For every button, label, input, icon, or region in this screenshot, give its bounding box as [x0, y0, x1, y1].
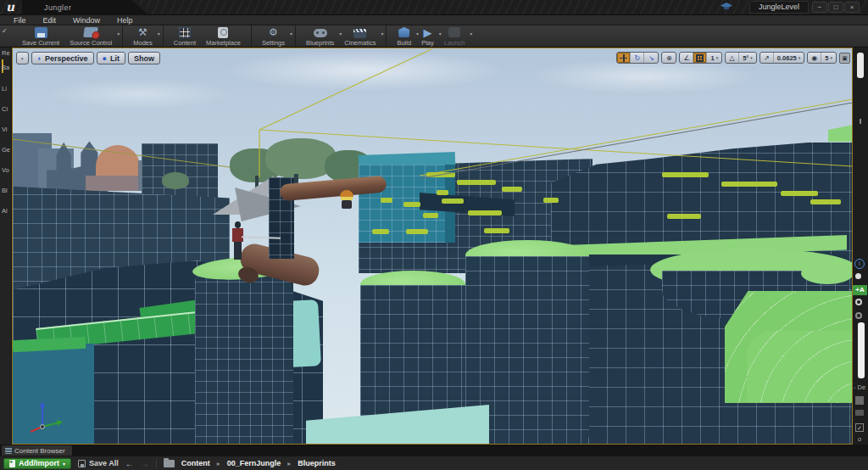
gamepad-icon [314, 29, 327, 37]
category-lights[interactable]: Li [2, 85, 12, 92]
show-button[interactable]: Show [128, 52, 160, 64]
menu-file[interactable]: File [14, 16, 26, 25]
gear-icon: ⚙ [269, 27, 278, 37]
source-control-button[interactable]: Source Control ▾ [64, 25, 117, 47]
build-button[interactable]: Build ▾ [392, 25, 416, 47]
play-button[interactable]: ▶ Play ▾ [416, 25, 439, 47]
search-filter-icon[interactable] [855, 312, 862, 319]
category-cinematic[interactable]: Ci [2, 105, 12, 113]
world-local-toggle[interactable]: ⊕ [662, 53, 676, 63]
surface-snap-button[interactable]: ∠ [680, 53, 693, 63]
save-all-button[interactable]: Save All [78, 459, 119, 467]
caret-down-icon[interactable]: ▾ [290, 31, 292, 36]
breadcrumb-sep-icon: ▸ [217, 460, 220, 467]
maximize-button[interactable]: □ [828, 2, 843, 13]
details-section-clipped[interactable]: ▾ De [854, 383, 865, 391]
save-all-icon [78, 460, 86, 467]
blueprints-label: Blueprints [306, 39, 334, 47]
place-actors-collapsed-panel[interactable]: ✓ Re Ba Li Ci Vi Ge Vo Bl Al [0, 48, 12, 445]
caret-down-icon[interactable]: ▾ [117, 31, 120, 36]
caret-down-icon[interactable]: ▾ [381, 31, 383, 36]
breadcrumb-blueprints[interactable]: Blueprints [298, 459, 336, 467]
rotation-snap-group: △ 5° ▾ [725, 52, 757, 64]
category-basic[interactable]: Ba [2, 64, 12, 71]
blueprints-button[interactable]: Blueprints ▾ [301, 25, 339, 47]
save-all-label: Save All [89, 459, 119, 467]
caret-down-icon: ▾ [716, 55, 719, 60]
content-browser-icon [5, 447, 12, 454]
grid-icon [696, 54, 704, 62]
category-visual[interactable]: Vi [2, 126, 12, 133]
add-actor-button-clipped[interactable]: +A [853, 285, 867, 295]
separator [156, 459, 157, 468]
content-button[interactable]: Content [169, 25, 201, 47]
right-docked-panels-sliver[interactable]: i +A ▾ De ✓ [853, 48, 868, 445]
folder-icon [164, 460, 175, 467]
content-browser-tab[interactable]: Content Browser [2, 445, 72, 456]
search-icon[interactable] [855, 299, 862, 305]
menu-bar: File Edit Window Help [0, 15, 868, 25]
breadcrumb-content[interactable]: Content [181, 459, 210, 467]
lit-button[interactable]: ● Lit [97, 52, 125, 64]
new-asset-icon [9, 460, 15, 467]
project-tab[interactable]: Jungler [22, 0, 149, 15]
camera-speed-value[interactable]: 5 ▾ [821, 53, 836, 63]
floppy-icon [35, 27, 47, 38]
category-geometry[interactable]: Ge [2, 146, 12, 154]
rotation-snap-value[interactable]: 5° ▾ [739, 53, 756, 63]
content-label: Content [174, 39, 196, 47]
perspective-button[interactable]: ◗ Perspective [31, 52, 94, 64]
launch-button: Launch ▾ [439, 25, 470, 47]
tutorial-cap-icon[interactable] [721, 3, 732, 11]
close-button[interactable]: × [844, 2, 860, 13]
scale-snap-toggle[interactable]: ↗ [760, 53, 774, 63]
camera-speed-number: 5 [825, 54, 828, 62]
level-name-tab[interactable]: JungleLevel [749, 1, 809, 14]
move-tool-button[interactable] [617, 53, 631, 63]
marketplace-button[interactable]: Marketplace [201, 25, 246, 47]
caret-down-icon: ▾ [798, 55, 801, 60]
menu-window[interactable]: Window [73, 16, 100, 25]
rotation-snap-toggle[interactable]: △ [726, 53, 739, 63]
scale-snap-value[interactable]: 0.0625 ▾ [774, 53, 804, 63]
maximize-viewport-button[interactable]: ▣ [839, 53, 850, 64]
tick-mark [860, 119, 861, 124]
add-import-button[interactable]: Add/Import ▾ [3, 458, 71, 469]
checkbox[interactable]: ✓ [855, 423, 864, 432]
scrollbar-thumb[interactable] [857, 53, 864, 78]
viewport-options-button[interactable]: ▾ [16, 52, 29, 64]
add-import-label: Add/Import [19, 459, 59, 467]
cinematics-button[interactable]: Cinematics ▾ [339, 25, 381, 47]
grid-snap-toggle[interactable] [693, 53, 707, 63]
toolbar-group-save: Save Current Source Control ▾ [12, 25, 123, 47]
viewport-topleft-controls: ▾ ◗ Perspective ● Lit Show [16, 52, 160, 64]
marketplace-label: Marketplace [206, 39, 241, 47]
settings-button[interactable]: ⚙ Settings ▾ [257, 25, 290, 47]
category-blueprints[interactable]: Bl [2, 187, 12, 194]
menu-edit[interactable]: Edit [43, 16, 57, 25]
save-current-button[interactable]: Save Current [17, 25, 64, 47]
curve-mark [858, 438, 861, 441]
scale-icon: ↘ [648, 54, 654, 62]
radio-dot[interactable] [855, 273, 861, 279]
category-volumes[interactable]: Vo [2, 166, 12, 174]
info-icon[interactable]: i [854, 259, 865, 269]
clapperboard-icon [353, 29, 366, 38]
camera-speed-button[interactable]: ◉ [808, 53, 821, 63]
scale-tool-button[interactable]: ↘ [644, 53, 658, 63]
level-viewport[interactable]: ▾ ◗ Perspective ● Lit Show ↻ ↘ ⊕ [12, 48, 853, 445]
back-button[interactable]: ← [125, 459, 134, 468]
grid-snap-value[interactable]: 1 ▾ [707, 53, 721, 63]
minimize-button[interactable]: − [812, 2, 827, 13]
menu-help[interactable]: Help [117, 16, 133, 25]
rotate-tool-button[interactable]: ↻ [631, 53, 644, 63]
scrollbar-thumb[interactable] [858, 322, 865, 378]
category-recently-placed[interactable]: Re [2, 49, 12, 57]
breadcrumb-fernjungle[interactable]: 00_FernJungle [227, 459, 281, 467]
modes-label: Modes [133, 39, 153, 47]
toolbar-group-settings: ⚙ Settings ▾ [252, 25, 296, 47]
caret-down-icon[interactable]: ▾ [158, 31, 160, 36]
category-all-classes[interactable]: Al [2, 207, 12, 215]
toolbar-group-modes: ⚒ Modes ▾ [123, 25, 164, 47]
modes-button[interactable]: ⚒ Modes ▾ [128, 25, 158, 47]
